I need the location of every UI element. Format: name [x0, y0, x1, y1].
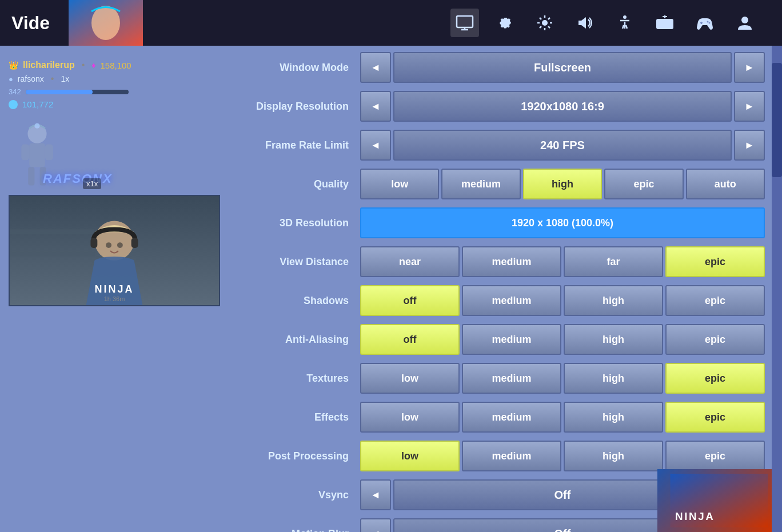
effects-opt-high[interactable]: high — [564, 402, 663, 433]
post-processing-opt-medium[interactable]: medium — [462, 441, 561, 471]
main-content: 👑 llicharilerup • ♦ 158,100 ● rafsonx • … — [0, 46, 782, 532]
thumb-image — [69, 0, 143, 46]
keyboard-nav-icon[interactable] — [651, 9, 679, 37]
quality-opt-low[interactable]: low — [360, 169, 439, 199]
textures-opt-epic[interactable]: epic — [665, 363, 765, 394]
quality-opt-auto[interactable]: auto — [686, 169, 765, 199]
anti-aliasing-opt-off[interactable]: off — [360, 324, 460, 355]
svg-rect-29 — [29, 143, 45, 167]
effects-opt-medium[interactable]: medium — [462, 402, 561, 433]
frame-rate-prev-btn[interactable]: ◄ — [360, 130, 391, 161]
post-processing-opt-low[interactable]: low — [360, 441, 460, 471]
webcam-streamer-name: NINJA — [10, 283, 219, 295]
setting-control-window-mode: ◄Fullscreen► — [360, 52, 765, 83]
volume-nav-icon[interactable] — [570, 9, 599, 37]
scrollbar-thumb[interactable] — [772, 63, 782, 177]
vsync-prev-btn[interactable]: ◄ — [360, 479, 391, 510]
diamond-icon: ♦ — [91, 61, 95, 70]
bottom-thumb-svg: NINJA — [662, 474, 776, 527]
textures-opt-high[interactable]: high — [564, 363, 663, 394]
level-row: 342 — [9, 87, 209, 96]
svg-line-9 — [548, 26, 550, 28]
svg-line-8 — [540, 18, 541, 19]
effects-opt-low[interactable]: low — [360, 402, 460, 433]
setting-label-effects: Effects — [223, 411, 360, 423]
quality-opt-high[interactable]: high — [523, 169, 602, 199]
thumb-svg — [69, 0, 143, 46]
shadows-opt-off[interactable]: off — [360, 285, 460, 316]
brightness-nav-icon[interactable] — [530, 9, 559, 37]
post-processing-opt-epic[interactable]: epic — [665, 441, 765, 471]
coin-row: 101,772 — [9, 99, 209, 109]
setting-row-post-processing: Post Processinglowmediumhighepic — [223, 440, 765, 472]
streamer-name: llicharilerup — [23, 60, 75, 70]
streamer-secondary-level: 1x — [61, 74, 69, 83]
accessibility-nav-icon[interactable] — [611, 9, 639, 37]
streamer-currency: 158,100 — [100, 61, 131, 70]
textures-opt-medium[interactable]: medium — [462, 363, 561, 394]
svg-rect-37 — [10, 252, 94, 257]
setting-row-frame-rate: Frame Rate Limit◄240 FPS► — [223, 129, 765, 161]
window-mode-next-btn[interactable]: ► — [734, 52, 765, 83]
svg-point-1 — [91, 6, 120, 40]
progress-bar — [26, 90, 129, 94]
setting-control-quality: lowmediumhighepicauto — [360, 169, 765, 199]
anti-aliasing-opt-epic[interactable]: epic — [665, 324, 765, 355]
level-badge: 342 — [9, 87, 21, 96]
setting-row-display-resolution: Display Resolution◄1920x1080 16:9► — [223, 90, 765, 122]
shadows-opt-epic[interactable]: epic — [665, 285, 765, 316]
view-distance-opt-near[interactable]: near — [360, 246, 460, 277]
view-distance-opt-epic[interactable]: epic — [665, 246, 765, 277]
crown-icon: 👑 — [9, 61, 18, 70]
anti-aliasing-opt-high[interactable]: high — [564, 324, 663, 355]
svg-rect-36 — [10, 229, 94, 234]
setting-row-window-mode: Window Mode◄Fullscreen► — [223, 51, 765, 83]
webcam-bottom-info: NINJA 1h 36m — [10, 283, 219, 302]
setting-control-display-resolution: ◄1920x1080 16:9► — [360, 91, 765, 122]
quality-opt-epic[interactable]: epic — [604, 169, 683, 199]
svg-point-27 — [741, 17, 748, 23]
svg-rect-40 — [131, 238, 138, 248]
svg-rect-30 — [21, 145, 29, 161]
textures-opt-low[interactable]: low — [360, 363, 460, 394]
effects-opt-epic[interactable]: epic — [665, 402, 765, 433]
view-distance-opt-medium[interactable]: medium — [462, 246, 561, 277]
streamer-primary-row: 👑 llicharilerup • ♦ 158,100 — [9, 60, 209, 70]
profile-nav-icon[interactable] — [731, 9, 759, 37]
gear-nav-icon[interactable] — [490, 9, 519, 37]
svg-point-34 — [34, 123, 39, 129]
top-bar: Vide — [0, 0, 782, 46]
view-distance-opt-far[interactable]: far — [564, 246, 663, 277]
anti-aliasing-opt-medium[interactable]: medium — [462, 324, 561, 355]
setting-label-vsync: Vsync — [223, 489, 360, 501]
settings-rows: Window Mode◄Fullscreen►Display Resolutio… — [223, 51, 765, 532]
thumbnail-preview — [69, 0, 143, 46]
svg-rect-39 — [90, 238, 97, 248]
setting-row-anti-aliasing: Anti-Aliasingoffmediumhighepic — [223, 323, 765, 355]
post-processing-opt-high[interactable]: high — [564, 441, 663, 471]
window-mode-prev-btn[interactable]: ◄ — [360, 52, 391, 83]
quality-opt-medium[interactable]: medium — [441, 169, 520, 199]
3d-resolution-value[interactable]: 1920 x 1080 (100.0%) — [360, 207, 765, 238]
character-label: RAFSONX — [43, 171, 113, 186]
bottom-thumb-label: NINJA — [675, 510, 715, 522]
display-resolution-prev-btn[interactable]: ◄ — [360, 91, 391, 122]
display-resolution-next-btn[interactable]: ► — [734, 91, 765, 122]
setting-label-motion-blur: Motion Blur — [223, 528, 360, 533]
post-processing-options: lowmediumhighepic — [360, 441, 765, 471]
svg-line-10 — [548, 18, 550, 19]
shadows-opt-medium[interactable]: medium — [462, 285, 561, 316]
frame-rate-next-btn[interactable]: ► — [734, 130, 765, 161]
motion-blur-prev-btn[interactable]: ◄ — [360, 518, 391, 532]
streamer-info: 👑 llicharilerup • ♦ 158,100 ● rafsonx • … — [9, 54, 209, 115]
setting-control-view-distance: nearmediumfarepic — [360, 246, 765, 277]
gamepad-nav-icon[interactable] — [691, 9, 719, 37]
monitor-nav-icon[interactable] — [450, 9, 479, 37]
svg-point-42 — [117, 242, 123, 248]
character-sublabel: x1x — [83, 178, 101, 189]
circle-icon: ● — [9, 75, 13, 83]
svg-rect-32 — [28, 167, 34, 185]
svg-rect-13 — [657, 19, 673, 29]
shadows-opt-high[interactable]: high — [564, 285, 663, 316]
setting-label-textures: Textures — [223, 373, 360, 385]
